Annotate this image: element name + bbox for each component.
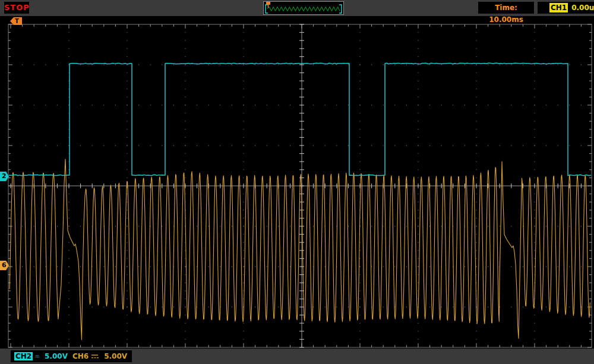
dc-coupling-icon xyxy=(35,354,40,359)
oscilloscope-screen: STOP Time: 10.00ms CH1 0.00u T 2 6 CH2 5… xyxy=(0,0,594,364)
preview-waveform-icon xyxy=(264,2,343,14)
trigger-readout: CH1 0.00u xyxy=(538,2,594,14)
ch2-settings[interactable]: CH2 5.00V xyxy=(11,350,71,362)
oscilloscope-plot xyxy=(0,0,594,364)
ch2-scale: 5.00V xyxy=(45,352,68,360)
top-status-bar: STOP Time: 10.00ms CH1 0.00u xyxy=(0,0,594,16)
ch2-label: CH2 xyxy=(14,352,33,360)
trigger-level-value: 0.00u xyxy=(571,4,594,12)
waveform-preview xyxy=(263,1,344,15)
trigger-source-badge[interactable]: CH1 xyxy=(549,3,568,12)
bottom-status-bar: CH2 5.00V CH6 5.00V xyxy=(0,349,594,364)
ch6-settings[interactable]: CH6 5.00V xyxy=(69,350,132,362)
acquisition-status[interactable]: STOP xyxy=(4,2,29,14)
dc-coupling-icon xyxy=(91,354,99,359)
ch6-label: CH6 xyxy=(72,352,89,360)
ch6-scale: 5.00V xyxy=(104,352,127,360)
timebase-readout[interactable]: Time: 10.00ms xyxy=(478,2,534,14)
